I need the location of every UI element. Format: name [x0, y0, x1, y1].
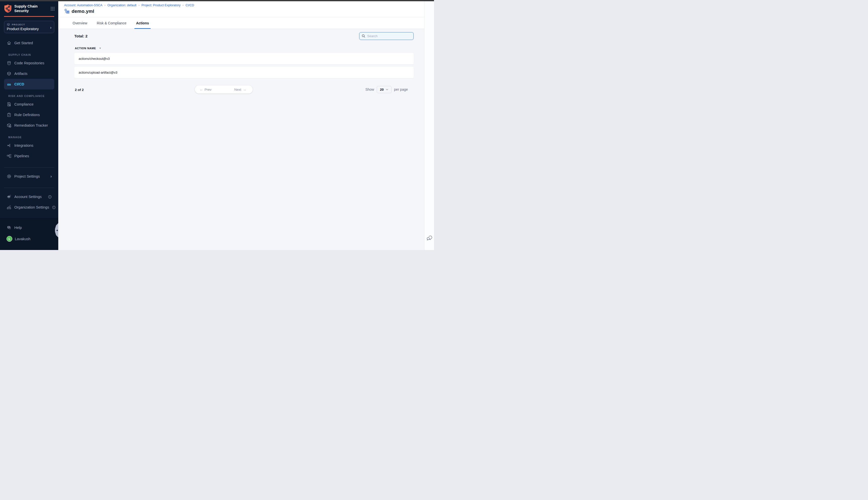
info-icon[interactable]	[52, 205, 56, 209]
search-icon	[362, 34, 366, 38]
sidebar-item-remediation-tracker[interactable]: Remediation Tracker	[4, 120, 54, 130]
sidebar-item-help[interactable]: ? Help	[4, 223, 54, 233]
show-label: Show	[366, 88, 374, 91]
user-name: Lavakush	[15, 237, 31, 241]
breadcrumb-separator-icon: ›	[183, 3, 184, 7]
page-size-select[interactable]: 20	[377, 86, 392, 93]
module-grid-icon[interactable]	[50, 7, 55, 11]
table-header: ACTION NAME ▼	[75, 47, 414, 50]
project-cube-icon	[7, 23, 10, 26]
sidebar-item-artifacts[interactable]: Artifacts	[4, 68, 54, 79]
sidebar-item-label: Artifacts	[14, 72, 27, 76]
breadcrumb-project[interactable]: Project: Product Exploratory	[141, 3, 181, 7]
breadcrumb: Account: Automation-SSCA › Organization:…	[64, 3, 424, 7]
brand-title: Supply Chain Security	[14, 4, 38, 13]
right-utility-strip	[424, 1, 434, 250]
sidebar-item-organization-settings[interactable]: Organization Settings	[4, 202, 54, 213]
total-count: Total: 2	[74, 32, 88, 40]
sidebar-item-cicd[interactable]: ∞ CI/CD	[4, 79, 54, 89]
sidebar-item-compliance[interactable]: Compliance	[4, 99, 54, 110]
sidebar-item-label: Account Settings	[14, 195, 42, 199]
project-label: PROJECT	[12, 23, 25, 26]
table-row[interactable]: actions/upload-artifact@v3	[74, 67, 414, 78]
chevron-right-icon: ›	[50, 174, 52, 179]
sidebar-item-label: Organization Settings	[14, 205, 49, 209]
help-chat-icon: ?	[7, 225, 12, 230]
sidebar-item-rule-definitions[interactable]: Rule Definitions	[4, 110, 54, 120]
sidebar-item-label: Pipelines	[14, 154, 29, 158]
clipboard-check-icon	[7, 113, 12, 117]
info-icon[interactable]	[48, 195, 52, 199]
page-1-button[interactable]: 1	[216, 86, 228, 93]
infinity-cicd-icon: ∞	[7, 82, 12, 87]
tab-actions[interactable]: Actions	[134, 17, 151, 29]
svg-text:</>: </>	[8, 62, 11, 64]
sidebar-item-code-repositories[interactable]: </> Code Repositories	[4, 58, 54, 68]
integrations-share-icon	[7, 143, 12, 148]
workflow-pipeline-icon	[64, 9, 70, 14]
breadcrumb-separator-icon: ›	[104, 3, 105, 7]
module-accent-bar	[4, 16, 54, 17]
sidebar: Supply Chain Security	[0, 1, 58, 250]
user-profile[interactable]: L Lavakush	[7, 236, 54, 242]
sidebar-footer: ? Help L Lavakush	[0, 218, 58, 250]
sidebar-item-project-settings[interactable]: Project Settings ›	[4, 171, 54, 182]
sidebar-item-get-started[interactable]: Get Started	[4, 38, 54, 48]
sidebar-item-pipelines[interactable]: Pipelines	[4, 151, 54, 161]
project-name: Product Exploratory	[7, 27, 51, 31]
main-area: Account: Automation-SSCA › Organization:…	[58, 1, 424, 250]
project-selector[interactable]: PROJECT Product Exploratory ›	[4, 21, 54, 33]
sidebar-item-label: Code Repositories	[14, 61, 44, 65]
section-label-risk-and-compliance: RISK AND COMPLIANCE	[8, 94, 54, 98]
sidebar-item-label: CI/CD	[14, 82, 24, 86]
actions-table: actions/checkout@v3 actions/upload-artif…	[58, 53, 424, 78]
tab-bar: Overview Risk & Compliance Actions	[58, 17, 424, 29]
sort-caret-icon[interactable]: ▼	[99, 47, 101, 49]
brand: Supply Chain Security	[0, 1, 58, 13]
avatar: L	[7, 236, 12, 242]
svg-text:?: ?	[8, 226, 9, 228]
section-label-manage: MANAGE	[8, 136, 54, 139]
tab-content: Total: 2 ACTION NAME ▼	[58, 29, 424, 250]
sidebar-nav: Get Started SUPPLY CHAIN </> Code Reposi…	[0, 38, 58, 213]
sidebar-item-label: Help	[14, 226, 22, 230]
pager: ← Prev 1 Next →	[195, 86, 253, 93]
breadcrumb-account[interactable]: Account: Automation-SSCA	[64, 3, 103, 7]
page-header: Account: Automation-SSCA › Organization:…	[58, 1, 424, 17]
tab-risk-and-compliance[interactable]: Risk & Compliance	[95, 17, 128, 29]
tab-overview[interactable]: Overview	[71, 17, 89, 29]
artifact-cube-icon	[7, 71, 12, 76]
sidebar-item-label: Project Settings	[14, 174, 40, 178]
sidebar-item-account-settings[interactable]: Account Settings	[4, 192, 54, 202]
chat-support-icon[interactable]	[426, 235, 433, 241]
supply-chain-security-logo-icon	[4, 4, 12, 13]
browser-chrome-strip	[0, 0, 434, 1]
sidebar-item-label: Rule Definitions	[14, 113, 40, 117]
table-row[interactable]: actions/checkout@v3	[74, 53, 414, 64]
next-page-button[interactable]: Next →	[228, 86, 253, 93]
document-search-icon	[7, 102, 12, 106]
breadcrumb-cicd[interactable]: CI/CD	[186, 3, 194, 7]
code-repository-icon: </>	[7, 61, 12, 65]
per-page-label: per page	[394, 88, 408, 91]
breadcrumb-separator-icon: ›	[138, 3, 139, 7]
pagination-bar: 2 of 2 ← Prev 1 Next → Show	[58, 86, 424, 94]
arrow-left-icon: ←	[200, 88, 203, 91]
sidebar-item-label: Remediation Tracker	[14, 123, 48, 127]
layers-gear-icon	[7, 194, 12, 199]
arrow-right-icon: →	[243, 88, 246, 91]
gear-icon	[7, 174, 12, 179]
column-header-action-name[interactable]: ACTION NAME	[75, 47, 96, 50]
collapse-arrow-icon: ◀	[56, 229, 58, 231]
sidebar-item-label: Get Started	[14, 41, 33, 45]
sidebar-item-label: Compliance	[14, 102, 34, 106]
sidebar-item-integrations[interactable]: Integrations	[4, 140, 54, 151]
search-box[interactable]	[359, 32, 414, 40]
breadcrumb-organization[interactable]: Organization: default	[107, 3, 136, 7]
page-range: 2 of 2	[75, 88, 84, 92]
home-icon	[7, 41, 12, 45]
prev-page-button[interactable]: ← Prev	[195, 86, 216, 93]
chevron-down-icon	[386, 89, 388, 90]
search-input[interactable]	[367, 34, 411, 38]
section-label-supply-chain: SUPPLY CHAIN	[8, 53, 54, 56]
